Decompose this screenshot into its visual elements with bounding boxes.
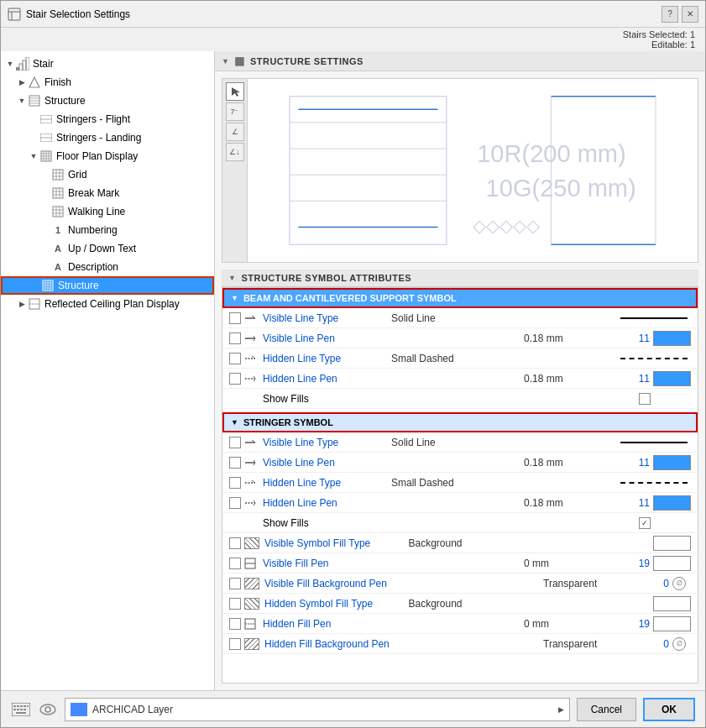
str-hfp-checkbox[interactable] [229, 618, 241, 630]
beam-show-fills-checkbox[interactable] [639, 393, 651, 405]
str-vlp-name: Visible Line Pen [263, 457, 524, 469]
tool-btn-3[interactable]: ∠↓ [226, 143, 244, 161]
section-toggle-attr[interactable]: ▼ [228, 274, 236, 282]
tree-label-stringers-landing: Stringers - Landing [56, 132, 141, 144]
beam-vlt-checkbox[interactable] [229, 312, 241, 324]
str-vlp-icon [244, 456, 258, 469]
beam-show-fills-name: Show Fills [263, 393, 451, 405]
tree-toggle-finish: ▶ [16, 78, 28, 86]
stringer-section-header[interactable]: ▼ Stringer Symbol [222, 412, 698, 432]
window-icon [8, 8, 21, 21]
tree-item-numbering[interactable]: ▶ 1 Numbering [1, 221, 214, 239]
tree-toggle-structure: ▼ [16, 97, 28, 105]
keyboard-icon[interactable] [11, 699, 31, 720]
tree-item-stair[interactable]: ▼ Stair [1, 55, 214, 73]
str-hlt-checkbox[interactable] [229, 477, 241, 489]
str-vlp-checkbox[interactable] [229, 457, 241, 469]
tree-item-structure-parent[interactable]: ▼ Structure [1, 92, 214, 110]
layer-selector[interactable]: ARCHICAD Layer ▶ [65, 698, 570, 721]
str-vfp-row: Visible Fill Pen 0 mm 19 [222, 553, 698, 573]
tool-btn-2[interactable]: ∠ [226, 123, 244, 141]
beam-hlp-swatch[interactable] [653, 371, 691, 386]
str-hfp-swatch[interactable] [653, 616, 691, 631]
str-vft-icon [244, 537, 259, 549]
str-show-fills-checkbox[interactable]: ✓ [639, 517, 651, 529]
main-window: Stair Selection Settings ? ✕ Stairs Sele… [0, 0, 706, 728]
str-hft-icon [244, 598, 259, 610]
floor-plan-icon [39, 149, 53, 163]
tree-item-reflected[interactable]: ▶ Reflected Ceiling Plan Display [1, 295, 214, 313]
preview-area: 7⁻ ∠ ∠↓ [222, 78, 698, 263]
str-vlt-checkbox[interactable] [229, 437, 241, 448]
str-vft-swatch[interactable] [653, 536, 691, 551]
svg-text:10G(250 mm): 10G(250 mm) [486, 175, 636, 202]
info-bar: Stairs Selected: 1 Editable: 1 [1, 28, 705, 51]
beam-vlp-swatch[interactable] [653, 331, 691, 346]
break-mark-icon [51, 186, 65, 200]
tree-item-stringers-landing[interactable]: ▶ Stringers - Landing [1, 128, 214, 147]
tree-item-stringers-flight[interactable]: ▶ Stringers - Flight [1, 110, 214, 128]
tree-item-break-mark[interactable]: ▶ Break Mark [1, 184, 214, 202]
tool-btn-1[interactable]: 7⁻ [226, 102, 244, 121]
structure-settings-header: ▼ ▦ Structure Settings [215, 51, 705, 71]
str-vfp-checkbox[interactable] [229, 558, 241, 569]
tree-item-finish[interactable]: ▶ Finish [1, 73, 214, 92]
beam-hlp-checkbox[interactable] [229, 373, 241, 385]
section-toggle-struct[interactable]: ▼ [222, 57, 229, 65]
layer-text: ARCHICAD Layer [92, 704, 558, 715]
str-vft-name: Visible Symbol Fill Type [264, 537, 409, 549]
structure-leaf-icon [41, 279, 55, 292]
tree-label-grid: Grid [68, 169, 87, 181]
str-hft-swatch[interactable] [653, 596, 691, 611]
tree-item-grid[interactable]: ▶ Grid [1, 165, 214, 184]
str-hfp-name: Hidden Fill Pen [263, 618, 524, 630]
tool-btn-pointer[interactable] [226, 82, 244, 101]
str-hfbp-icon [244, 638, 259, 650]
str-hfbp-checkbox[interactable] [229, 638, 241, 650]
tree-item-description[interactable]: ▶ A Description [1, 258, 214, 276]
tree-item-walking-line[interactable]: ▶ Walking Line [1, 202, 214, 221]
ok-button[interactable]: OK [643, 698, 695, 721]
str-hlp-name: Hidden Line Pen [263, 497, 524, 509]
beam-vlp-checkbox[interactable] [229, 333, 241, 344]
beam-vlp-value: 0.18 mm [524, 333, 625, 344]
cancel-button[interactable]: Cancel [577, 698, 636, 721]
str-show-fills-row: Show Fills ✓ [222, 513, 698, 533]
str-hlp-num: 11 [625, 497, 650, 509]
preview-canvas: 10R(200 mm) 10G(250 mm) ◇◇◇◇◇ [248, 79, 698, 262]
str-vft-row: Visible Symbol Fill Type Background [222, 533, 698, 553]
help-button[interactable]: ? [662, 6, 678, 23]
walking-line-icon [51, 205, 65, 218]
str-hfbp-circle[interactable]: ∅ [672, 637, 686, 651]
tree-label-up-down-text: Up / Down Text [68, 243, 136, 254]
numbering-icon: 1 [51, 223, 65, 237]
str-vfbp-checkbox[interactable] [229, 578, 241, 589]
beam-hlt-name: Hidden Line Type [263, 353, 391, 364]
svg-rect-94 [17, 709, 19, 710]
str-hft-checkbox[interactable] [229, 598, 241, 610]
tree-item-structure-leaf[interactable]: ▶ Structure [1, 276, 214, 295]
str-vfbp-circle[interactable]: ∅ [672, 577, 686, 590]
beam-hlt-checkbox[interactable] [229, 353, 241, 364]
str-hfbp-row: Hidden Fill Background Pen Transparent 0… [222, 634, 698, 654]
str-vfp-name: Visible Fill Pen [263, 558, 524, 569]
str-hlp-swatch[interactable] [653, 495, 691, 511]
str-vft-value: Background [409, 537, 510, 549]
str-vfp-swatch[interactable] [653, 556, 691, 571]
str-hlp-checkbox[interactable] [229, 497, 241, 509]
layer-color-icon [71, 703, 87, 716]
structure-parent-icon [28, 94, 41, 107]
tree-toggle-floor-plan: ▼ [28, 152, 39, 160]
tree-item-up-down-text[interactable]: ▶ A Up / Down Text [1, 239, 214, 258]
preview-toolbar: 7⁻ ∠ ∠↓ [222, 79, 248, 262]
str-vlp-swatch[interactable] [653, 455, 691, 470]
str-vlt-line [620, 442, 688, 443]
close-button[interactable]: ✕ [682, 6, 698, 23]
beam-section-header[interactable]: ▼ Beam and Cantilevered Support Symbol [222, 288, 698, 308]
beam-show-fills-row: Show Fills [222, 389, 698, 409]
eye-icon[interactable] [38, 699, 58, 720]
str-vfp-num: 19 [625, 558, 650, 569]
tree-label-structure-parent: Structure [44, 95, 86, 107]
tree-item-floor-plan[interactable]: ▼ Floor Plan Display [1, 147, 214, 165]
str-vft-checkbox[interactable] [229, 537, 241, 549]
